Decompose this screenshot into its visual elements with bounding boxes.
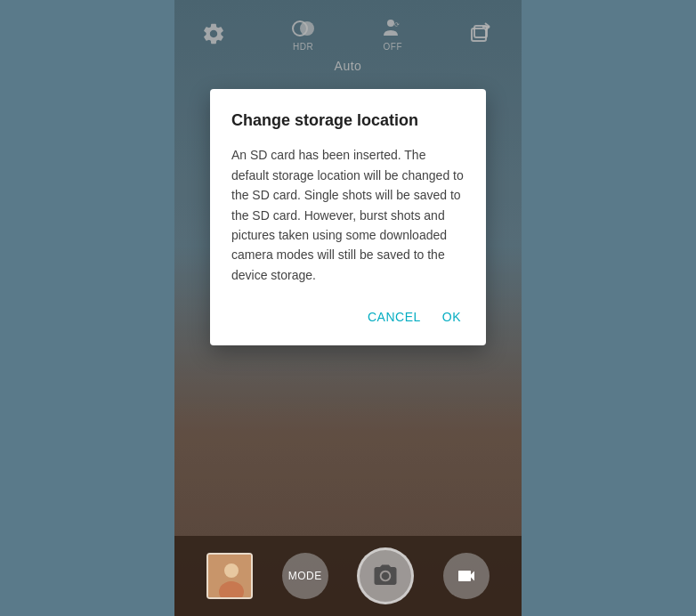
dialog-body: An SD card has been inserted. The defaul… [231, 145, 465, 285]
mode-button[interactable]: MODE [282, 553, 328, 599]
phone-screen: HDR ⟳ OFF Auto Change storage l [174, 0, 522, 616]
cancel-button[interactable]: CANCEL [364, 303, 425, 331]
bottom-toolbar: MODE [174, 536, 522, 616]
storage-dialog: Change storage location An SD card has b… [210, 89, 486, 345]
thumbnail-image [208, 555, 251, 597]
dialog-overlay: Change storage location An SD card has b… [174, 0, 522, 616]
dialog-title: Change storage location [231, 110, 465, 131]
dialog-actions: CANCEL OK [231, 303, 465, 338]
svg-point-10 [224, 563, 239, 578]
svg-point-12 [382, 572, 390, 580]
video-button[interactable] [443, 553, 490, 599]
ok-button[interactable]: OK [439, 303, 465, 331]
photo-thumbnail[interactable] [206, 553, 253, 599]
shutter-button[interactable] [357, 547, 414, 604]
